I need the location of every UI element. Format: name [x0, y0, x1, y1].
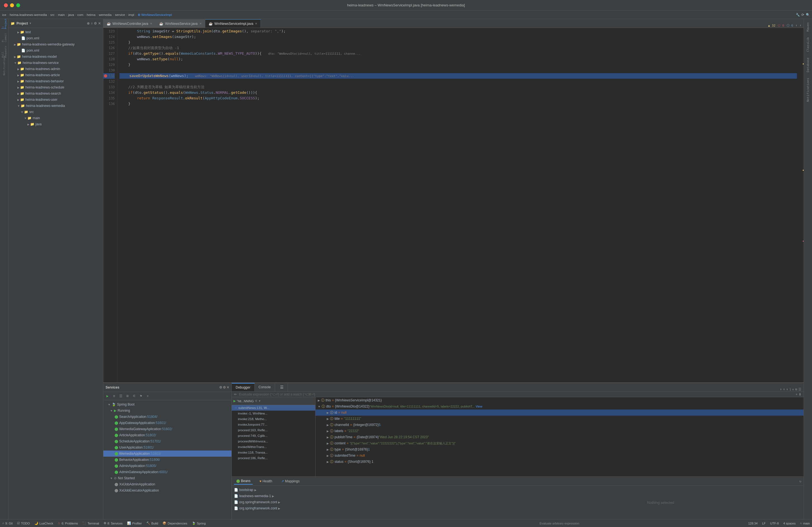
- var-this[interactable]: ▶ ⓘ this = {WmNewsServiceImpl@14321}: [316, 397, 803, 403]
- group-button[interactable]: ⊞: [125, 393, 131, 399]
- tree-item-service[interactable]: ▼ 📁 heima-leadnews-service: [9, 60, 103, 66]
- tree-item-user[interactable]: ▶ 📁 heima-leadnews-user: [9, 97, 103, 103]
- debug-icon6[interactable]: ⊞: [795, 387, 797, 391]
- tab-wmnewscontroller[interactable]: ☕ WmNewsController.java ✕: [103, 19, 156, 28]
- filter-button[interactable]: ☰: [118, 393, 124, 399]
- frame-invoke-joinpoint[interactable]: invokeJoinpoint:77...: [232, 422, 315, 427]
- dependencies-status[interactable]: 📦 Dependencies: [162, 522, 187, 525]
- frame-proceed-invoca[interactable]: proceedWithInvoca...: [232, 439, 315, 444]
- tab-wmnewsservice[interactable]: ☕ WmNewsService.java ✕: [156, 19, 205, 28]
- tab-debugger[interactable]: Debugger: [232, 383, 255, 391]
- frame-proceed-3[interactable]: proceed:186, Refle...: [232, 455, 315, 461]
- commit-icon[interactable]: 0: Commit: [1, 34, 8, 41]
- spring-status[interactable]: 🍃 Spring: [192, 522, 206, 525]
- tree-item-wemedia[interactable]: ▼ 📁 heima-leadnews-wemedia: [9, 103, 103, 109]
- tree-item-behavior[interactable]: ▶ 📁 heima-leadnews-behavior: [9, 78, 103, 84]
- expand-vars-icon[interactable]: ⬇: [799, 393, 801, 396]
- schedule-item[interactable]: ⬤ ScheduleApplication :51701/: [103, 438, 231, 444]
- tree-item-test[interactable]: ▶ 📁 test: [9, 29, 103, 35]
- problems-status[interactable]: ⚠ 6: Problems: [58, 522, 78, 525]
- services-close-icon[interactable]: ✕: [227, 385, 229, 390]
- debug-icon3[interactable]: ⬆: [786, 387, 788, 391]
- refresh-beans-icon[interactable]: ↻: [799, 479, 801, 483]
- frame-invoke-within[interactable]: invokeWithinTrans...: [232, 444, 315, 450]
- frame-dropdown[interactable]: ▾: [259, 399, 261, 403]
- tree-item-schedule[interactable]: ▶ 📁 heima-leadnews-schedule: [9, 84, 103, 90]
- services-status[interactable]: ⚙ 8: Services: [104, 522, 122, 525]
- database-panel[interactable]: Database: [805, 55, 811, 74]
- tree-item-model[interactable]: ▶ 📁 heima-leadnews-model: [9, 54, 103, 60]
- var-dto[interactable]: ▼ ⓘ dto = {WmNewsDto@14322} "WmNewsDto(i…: [316, 403, 803, 409]
- var-status[interactable]: ▶ ⓘ status = {Short@16976} 1: [316, 459, 803, 465]
- tree-item-pom1[interactable]: 📄 pom.xml: [9, 35, 103, 41]
- notifications-icon[interactable]: Notifications: [1, 62, 8, 69]
- tree-item-pom2[interactable]: 📄 pom.xml: [9, 47, 103, 54]
- search-app-item[interactable]: ⬤ SearchApplication :51804/: [103, 414, 231, 420]
- not-started-group[interactable]: ▼ ⊘ Not Started: [103, 475, 231, 481]
- todo-status[interactable]: ☑ TODO: [17, 522, 30, 525]
- collapse-editor-icon[interactable]: ⬇: [799, 24, 801, 27]
- debug-icon7[interactable]: ☰: [798, 387, 801, 391]
- tree-item-src[interactable]: ▼ 📁 src: [9, 109, 103, 115]
- tab-close-icon3[interactable]: ✕: [255, 22, 257, 25]
- notifications-side-panel[interactable]: Notifications: [805, 76, 811, 104]
- run-all-button[interactable]: ▶: [104, 393, 111, 399]
- build-status[interactable]: 🔨 Build: [146, 522, 158, 525]
- tab-close-icon[interactable]: ✕: [150, 22, 152, 25]
- var-submitedtime[interactable]: ▶ ⓘ submitedTime = null: [316, 453, 803, 459]
- frame-proceed-2[interactable]: proceed:749, Cglib...: [232, 433, 315, 439]
- beans-leadnews[interactable]: 📄 leadnews-wemedia-1 ▶: [232, 493, 518, 499]
- beans-tab-health[interactable]: ♥ Health: [257, 478, 275, 484]
- var-type[interactable]: ▶ ⓘ type = {Short@16976} 1: [316, 447, 803, 453]
- admingateway-item[interactable]: ⬤ AdminGatewayApplication :6001/: [103, 469, 231, 475]
- var-channelid[interactable]: ▶ ⓘ channelId = {Integer@16972} 5: [316, 422, 803, 428]
- debug-icon4[interactable]: ⤵: [789, 387, 791, 391]
- frame-proceed-1[interactable]: proceed:163, Refle...: [232, 427, 315, 433]
- tab-wmnewsserviceimpl[interactable]: ☕ WmNewsServiceImpl.java ✕: [205, 19, 261, 28]
- position-indicator[interactable]: 128:34: [748, 522, 757, 525]
- filter2-button[interactable]: ⚟: [131, 393, 137, 399]
- xxljobadmin-item[interactable]: ⬤ XxlJobAdminApplication: [103, 481, 231, 487]
- frame-filter-btn[interactable]: ⚟: [255, 399, 258, 403]
- admin-item[interactable]: ⬤ AdminApplication :51805/: [103, 463, 231, 469]
- var-labels[interactable]: ▶ ⓘ labels = "22222": [316, 428, 803, 434]
- add-watch-icon[interactable]: +: [796, 393, 797, 396]
- var-publishtime[interactable]: ▶ ⓘ publishTime = {Date@16974} "Wed Jun …: [316, 434, 803, 440]
- encoding-indicator[interactable]: UTF-8: [770, 522, 779, 525]
- beans-bootstrap[interactable]: 📄 bootstrap ▶: [232, 487, 518, 493]
- var-content[interactable]: ▶ ⓘ content = "[{"type":"text","value":"…: [316, 440, 803, 447]
- terminal-status[interactable]: ⬛ Terminal: [82, 522, 99, 525]
- beans-tab-mappings[interactable]: ↗ Mappings: [279, 478, 302, 484]
- collapse-tree-button[interactable]: ≡: [111, 393, 117, 399]
- debug-icon1[interactable]: ⬆: [780, 387, 782, 391]
- services-settings-icon[interactable]: ⚙: [219, 385, 222, 390]
- beans-tab-beans[interactable]: ⬤ Beans: [234, 478, 253, 485]
- close-panel-icon[interactable]: ✕: [98, 21, 101, 25]
- close-button[interactable]: [4, 3, 8, 7]
- classlib-panel[interactable]: ClassLib: [805, 35, 811, 54]
- frame-invoke-1[interactable]: invoke:-1, WmNew...: [232, 411, 315, 416]
- expand-icon[interactable]: ⬆: [796, 24, 797, 27]
- debug-icon2[interactable]: ⬇: [783, 387, 785, 391]
- wemedia-item[interactable]: ⬤ WemediaApplication :51803/: [103, 451, 231, 457]
- xxljobexecutor-item[interactable]: ⬤ XxlJobExecutorApplication: [103, 487, 231, 494]
- tree-item-article[interactable]: ▶ 📁 heima-leadnews-article: [9, 72, 103, 78]
- profiler-status[interactable]: 📊 Profiler: [127, 522, 142, 525]
- running-group[interactable]: ▼ ▶ Running: [103, 408, 231, 414]
- spaces-indicator[interactable]: 4 spaces: [783, 522, 796, 525]
- tree-item-java[interactable]: ▶ 📁 java: [9, 121, 103, 127]
- settings-icon[interactable]: ⚙: [94, 21, 97, 25]
- var-title[interactable]: ▶ ⓘ title = "11111111": [316, 415, 803, 422]
- var-id[interactable]: ▶ ⓘ id = null: [316, 409, 803, 415]
- springboot-group[interactable]: ▼ 🍃 Spring Boot: [103, 401, 231, 408]
- tab-layout-icon[interactable]: ☰: [276, 383, 288, 391]
- beans-spring2[interactable]: 📄 org.springframework.cont ▶: [232, 505, 518, 511]
- tab-console[interactable]: Console: [255, 383, 275, 391]
- code-content[interactable]: String imageStr = StringUtils.join(dto.g…: [117, 28, 799, 382]
- tree-item-main[interactable]: ▼ 📁 main: [9, 115, 103, 121]
- minimize-button[interactable]: [10, 3, 14, 7]
- project-icon[interactable]: 1: Project: [1, 20, 8, 27]
- frame-invoke-3[interactable]: invoke:118, Transa...: [232, 450, 315, 455]
- tree-item-gateway[interactable]: ▶ 📁 heima-leadnews-wemedia-gateway: [9, 41, 103, 47]
- frame-filter-icon[interactable]: ▶: [233, 399, 236, 403]
